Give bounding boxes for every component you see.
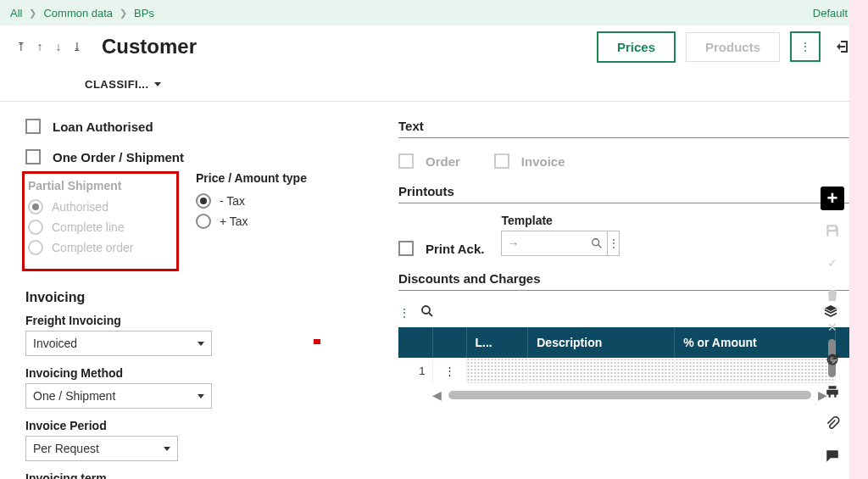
print-ack-label: Print Ack. [426,242,484,256]
text-label: Text [398,119,861,133]
print-ack-checkbox[interactable] [398,241,414,256]
exit-icon [834,38,851,55]
breadcrumb-bps[interactable]: BPs [134,7,154,19]
svg-line-3 [429,313,432,316]
chevron-right-icon: ❯ [120,8,127,19]
svg-line-1 [598,245,602,248]
invoicing-title: Invoicing [25,290,373,305]
side-panel-strip [849,0,868,479]
col-header-description[interactable]: Description [528,327,675,358]
partial-shipment-title: Partial Shipment [28,179,168,192]
partial-shipment-highlight: Partial Shipment Authorised Complete lin… [22,171,179,271]
caret-down-icon [154,82,161,86]
scroll-left-icon[interactable]: ◀ [432,388,442,402]
partial-complete-order-radio [28,240,43,255]
svg-point-2 [422,306,430,314]
page-title: Customer [102,35,197,58]
chevron-right-icon: ❯ [29,8,36,19]
refresh-icon[interactable] [821,348,844,371]
cell-description[interactable] [528,358,675,383]
arrow-up-icon[interactable]: ↑ [32,38,47,55]
search-icon[interactable] [587,231,607,255]
plus-tax-label: + Tax [220,214,248,228]
arrow-first-icon[interactable]: ⤒ [14,38,29,55]
template-label: Template [501,214,620,227]
divider [398,289,861,291]
dots-vertical-icon[interactable]: ⋮ [607,231,619,255]
red-marker [314,339,320,344]
arrow-last-icon[interactable]: ⤓ [70,38,85,55]
breadcrumb: All ❯ Common data ❯ BPs Default [0,0,868,25]
tabs: CLASSIFI... [0,68,868,102]
tab-classification[interactable]: CLASSIFI... [85,78,161,91]
breadcrumb-common-data[interactable]: Common data [43,7,113,19]
template-input[interactable]: → [502,231,587,255]
close-icon: ✕ [821,315,844,339]
col-header-blank2 [432,327,466,358]
search-icon[interactable] [420,304,434,320]
discounts-grid: L... Description % or Amount 1 ⋮ [398,327,861,383]
col-header-l[interactable]: L... [466,327,528,358]
plus-tax-radio[interactable] [196,214,211,229]
price-amount-title: Price / Amount type [196,171,307,185]
order-checkbox [398,153,414,169]
order-label: Order [426,154,460,169]
horizontal-scrollbar[interactable] [448,391,811,399]
row-menu-icon[interactable]: ⋮ [432,358,466,383]
loan-authorised-label: Loan Authorised [53,120,153,134]
one-order-shipment-label: One Order / Shipment [53,150,184,164]
prices-button[interactable]: Prices [597,31,676,63]
one-order-shipment-checkbox[interactable] [25,149,41,164]
freight-invoicing-value: Invoiced [33,337,77,350]
minus-tax-radio[interactable] [196,193,211,209]
print-icon[interactable] [821,380,844,404]
invoicing-method-label: Invoicing Method [25,366,373,380]
partial-complete-line-label: Complete line [52,220,125,234]
invoicing-method-select[interactable]: One / Shipment [25,383,212,409]
cell-pct-amount[interactable] [675,358,836,383]
freight-invoicing-select[interactable]: Invoiced [25,331,212,356]
arrow-down-icon[interactable]: ↓ [51,38,66,55]
attachment-icon[interactable] [821,412,844,436]
grid-menu-icon[interactable]: ⋮ [398,306,410,320]
divider [398,136,861,138]
tab-label: CLASSIFI... [85,78,149,91]
caret-down-icon [164,447,170,451]
table-row[interactable]: 1 ⋮ [398,358,861,383]
breadcrumb-right-label: Default [813,7,848,19]
cell-l[interactable] [466,358,528,383]
svg-point-0 [593,239,599,246]
caret-down-icon [198,342,204,346]
partial-complete-line-radio [28,220,43,235]
invoicing-term-label: Invoicing term [25,471,373,479]
caret-down-icon [198,394,204,398]
template-lookup[interactable]: → ⋮ [501,231,620,256]
col-header-pct-amount[interactable]: % or Amount [675,327,836,358]
invoicing-method-value: One / Shipment [33,389,115,403]
partial-authorised-label: Authorised [52,200,108,214]
save-icon [821,219,844,242]
header: ⤒ ↑ ↓ ⤓ Customer Prices Products ⋮ [0,25,868,68]
partial-complete-order-label: Complete order [52,241,134,254]
add-icon[interactable]: + [821,187,844,210]
products-button: Products [686,32,780,62]
partial-authorised-radio [28,199,43,214]
invoice-period-select[interactable]: Per Request [25,436,178,461]
invoice-checkbox [494,153,509,169]
freight-invoicing-label: Freight Invoicing [25,314,373,327]
printouts-title: Printouts [398,184,861,198]
loan-authorised-checkbox[interactable] [25,119,41,134]
discounts-charges-title: Discounts and Charges [398,271,861,286]
minus-tax-label: - Tax [220,194,245,208]
check-icon: ✓ [821,251,844,275]
dots-vertical-icon: ⋮ [799,40,811,53]
more-menu-button[interactable]: ⋮ [790,31,821,62]
breadcrumb-all[interactable]: All [10,7,22,19]
divider [398,202,861,203]
col-header-blank1 [398,327,432,358]
invoice-label: Invoice [521,154,565,169]
trash-icon [821,283,844,307]
row-number: 1 [398,358,432,383]
invoice-period-value: Per Request [33,442,99,455]
comment-icon[interactable] [821,444,844,468]
